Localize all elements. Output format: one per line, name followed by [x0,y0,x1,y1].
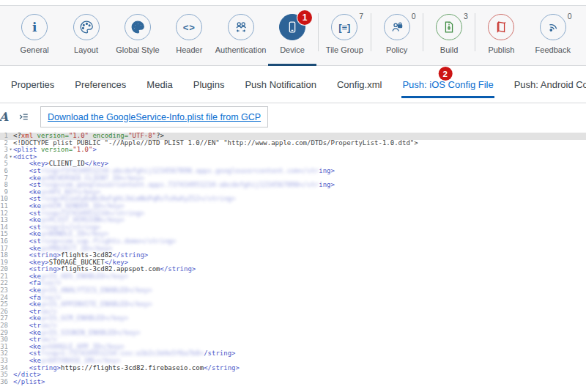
code-segment [13,174,29,182]
code-text: <key>IS_ANALYTICS_ENABLED</key> [13,287,586,295]
app-window: iGeneralLayoutGlobal Style<>HeaderAuthen… [0,0,586,392]
tab-label: Media [146,79,172,90]
code-editor[interactable]: 1<?xml version="1.0" encoding="UTF-8"?>2… [0,130,586,392]
tab-push-ios-config-file[interactable]: Push: iOS Config File2 [392,66,503,103]
tab-properties[interactable]: Properties [1,66,64,103]
fold-gutter [8,365,13,372]
fold-gutter [8,140,13,147]
fold-gutter [8,266,13,273]
code-segment [13,251,29,259]
code-segment: <string> [29,364,61,371]
font-style-icon[interactable]: A [0,110,11,124]
code-segment: <ke [29,245,41,252]
fold-gutter [8,203,13,210]
toolbar-item-authentication[interactable]: Authentication [215,6,266,65]
tab-preferences[interactable]: Preferences [64,66,136,103]
toolbar-item-circle [228,14,254,40]
fold-gutter [8,358,13,365]
code-segment: <st [29,167,41,174]
code-segment: flights-3cd82.appspot.com [61,265,160,273]
code-segment [13,286,29,294]
code-segment: <ke [29,230,41,237]
fold-gutter [8,287,13,295]
code-segment [13,364,29,371]
fold-gutter [8,224,13,232]
code-segment: version= [37,132,69,139]
code-text: <key>IS_GCM_ENABLED</key> [13,315,586,322]
tab-media[interactable]: Media [136,66,182,103]
download-plist-link[interactable]: Download the GoogleService-Info.plist fi… [48,112,261,122]
toolbar-item-label: Layout [74,45,98,54]
toolbar-item-label: Device [280,45,305,54]
code-segment: ?> [156,132,164,139]
toolbar-item-build[interactable]: 3Build [423,6,475,65]
toolbar-item-label: Feedback [535,45,571,54]
redacted-text: y>IS_APPINVITE_ENABLED</key> [41,300,152,308]
toolbar-item-tile-group[interactable]: [≡]7Tile Group [319,6,370,65]
code-segment [13,336,29,343]
notification-badge: 2 [438,67,452,81]
toolbar-item-feedback[interactable]: 0Feedback [527,6,579,65]
fold-gutter [8,273,13,281]
code-text: <key>IS_ADS_ENABLED</key> [13,273,586,281]
tab-config-xml[interactable]: Config.xml [327,66,392,103]
toolbar-item-circle [384,14,410,40]
redacted-text: y>PROJECT_ID</key> [41,245,113,252]
tab-push-notification[interactable]: Push Notification [234,66,327,103]
fold-gutter [8,133,13,140]
tab-label: Push Notification [245,79,316,90]
code-line: 27 <key>IS_GCM_ENABLED</key> [0,315,586,322]
fold-gutter [8,160,13,168]
toolbar-item-layout[interactable]: Layout [60,6,111,65]
code-segment: <tr [29,322,41,329]
count-badge: 3 [464,12,468,21]
toolbar-item-device[interactable]: 1Device [267,6,318,65]
code-text: <key>IS_APPINVITE_ENABLED</key> [13,301,586,308]
fold-arrow-icon[interactable]: ▾ [8,147,13,154]
code-segment: ing> [319,167,335,174]
code-segment [13,322,29,329]
code-segment: <ke [29,343,41,350]
code-segment: <!DOCTYPE plist PUBLIC "-//Apple//DTD PL… [13,139,418,147]
code-segment: ing> [319,181,335,188]
toolbar-item-general[interactable]: iGeneral [9,6,60,65]
fold-arrow-icon[interactable]: ▾ [8,154,13,161]
toolbar-item-publish[interactable]: Publish [475,6,527,65]
code-segment [13,265,29,273]
code-segment: <ke [29,174,41,182]
code-line: 36</plist> [0,379,586,386]
toolbar-item-label: Authentication [215,45,267,54]
code-segment: <ke [29,273,41,280]
tab-push-android-config-file[interactable]: Push: Android Config File [504,66,586,103]
code-segment [13,237,29,245]
toolbar-item-header[interactable]: <>Header [163,6,215,65]
code-segment: encoding= [92,132,128,139]
tab-label: Push: Android Config File [514,79,586,90]
download-link-box: Download the GoogleService-Info.plist fi… [40,106,268,127]
code-segment: <st [29,195,41,202]
palette-filled-icon [130,19,146,35]
code-segment: <key> [29,160,49,167]
code-segment [13,245,29,252]
fold-gutter [8,210,13,218]
code-segment: <st [29,223,41,231]
toolbar-item-circle: i [21,14,48,40]
toolbar-item-policy[interactable]: 0Policy [371,6,423,65]
code-segment [13,350,29,357]
tab-plugins[interactable]: Plugins [183,66,235,103]
notification-badge: 1 [297,10,312,25]
code-segment: <ke [29,329,41,336]
redacted-text: ue/> [41,336,81,343]
code-segment: </string> [160,265,196,273]
icon-tabbar: iGeneralLayoutGlobal Style<>HeaderAuthen… [0,6,586,66]
code-text: <plist version="1.0"> [13,147,586,154]
soft-wrap-icon[interactable] [18,111,29,122]
line-number: 36 [0,379,8,386]
redacted-text: y>GCM_SENDER_ID</key> [41,202,125,210]
code-segment: <fa [29,294,41,301]
code-segment [13,343,29,350]
tab-label: Properties [11,79,54,90]
fold-gutter [8,295,13,302]
toolbar-item-circle [125,14,151,40]
toolbar-item-global-style[interactable]: Global Style [112,6,163,65]
